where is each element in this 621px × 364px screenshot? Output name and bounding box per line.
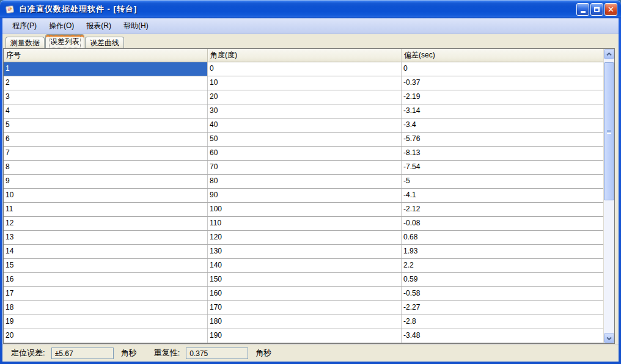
table-cell[interactable]: 9 <box>4 175 207 188</box>
table-cell[interactable]: 0 <box>401 62 603 76</box>
table-cell[interactable]: 17 <box>4 287 207 300</box>
table-cell[interactable]: 14 <box>4 245 207 258</box>
repeatability-field[interactable] <box>186 348 248 359</box>
table-cell[interactable]: 8 <box>4 161 207 174</box>
table-cell[interactable]: 13 <box>4 231 207 244</box>
table-cell[interactable]: 100 <box>207 203 401 216</box>
table-cell[interactable]: -2.27 <box>401 301 603 315</box>
table-cell[interactable]: 160 <box>207 287 401 300</box>
table-cell[interactable]: 150 <box>207 273 401 286</box>
table-cell[interactable]: 18 <box>4 301 207 315</box>
table-row[interactable]: 430-3.14 <box>4 104 603 118</box>
column-header-angle[interactable]: 角度(度) <box>207 49 401 62</box>
table-cell[interactable]: 15 <box>4 259 207 272</box>
table-row[interactable]: 100 <box>4 62 603 76</box>
table-cell[interactable]: 3 <box>4 90 207 104</box>
table-cell[interactable]: 0 <box>207 62 401 76</box>
table-cell[interactable]: 1.93 <box>401 245 603 258</box>
table-cell[interactable]: 70 <box>207 161 401 174</box>
table-row[interactable]: 650-5.76 <box>4 133 603 147</box>
menu-item[interactable]: 帮助(H) <box>117 19 155 33</box>
column-header-serial[interactable]: 序号 <box>4 49 207 62</box>
table-cell[interactable]: 0.68 <box>401 231 603 244</box>
table-cell[interactable]: 11 <box>4 203 207 216</box>
table-cell[interactable]: -3.4 <box>401 118 603 132</box>
table-cell[interactable]: 80 <box>207 175 401 188</box>
table-cell[interactable]: -7.54 <box>401 161 603 174</box>
table-cell[interactable]: 190 <box>207 329 401 343</box>
table-cell[interactable]: 130 <box>207 245 401 258</box>
close-button[interactable]: ✕ <box>604 3 617 16</box>
table-cell[interactable]: 10 <box>207 76 401 90</box>
table-cell[interactable]: 6 <box>4 133 207 146</box>
menu-item[interactable]: 操作(O) <box>43 19 80 33</box>
table-cell[interactable]: 50 <box>207 133 401 146</box>
table-cell[interactable]: 20 <box>207 90 401 104</box>
table-cell[interactable]: 19 <box>4 315 207 329</box>
table-cell[interactable]: 4 <box>4 104 207 118</box>
table-cell[interactable]: 60 <box>207 147 401 160</box>
table-cell[interactable]: -2.19 <box>401 90 603 104</box>
table-cell[interactable]: 170 <box>207 301 401 315</box>
table-cell[interactable]: 7 <box>4 147 207 160</box>
table-cell[interactable]: 20 <box>4 329 207 343</box>
maximize-button[interactable] <box>590 3 603 16</box>
tab-误差曲线[interactable]: 误差曲线 <box>85 37 124 48</box>
table-cell[interactable]: 2 <box>4 76 207 90</box>
table-row[interactable]: 870-7.54 <box>4 161 603 175</box>
vertical-scrollbar[interactable] <box>603 49 614 343</box>
table-row[interactable]: 131200.68 <box>4 231 603 245</box>
scrollbar-track[interactable] <box>604 59 614 333</box>
table-cell[interactable]: -4.1 <box>401 189 603 202</box>
column-header-deviation[interactable]: 偏差(sec) <box>401 49 603 62</box>
table-cell[interactable]: 110 <box>207 217 401 230</box>
table-cell[interactable]: -0.58 <box>401 287 603 300</box>
table-cell[interactable]: 1 <box>4 62 207 76</box>
table-row[interactable]: 151402.2 <box>4 259 603 273</box>
table-cell[interactable]: 2.2 <box>401 259 603 272</box>
table-row[interactable]: 1090-4.1 <box>4 189 603 203</box>
positioning-error-field[interactable] <box>51 348 114 359</box>
table-cell[interactable]: -5.76 <box>401 133 603 146</box>
table-row[interactable]: 760-8.13 <box>4 147 603 161</box>
table-cell[interactable]: 30 <box>207 104 401 118</box>
table-row[interactable]: 18170-2.27 <box>4 301 603 315</box>
table-cell[interactable]: 5 <box>4 118 207 132</box>
table-cell[interactable]: 16 <box>4 273 207 286</box>
table-row[interactable]: 320-2.19 <box>4 90 603 104</box>
scroll-down-button[interactable] <box>604 333 614 343</box>
table-cell[interactable]: -5 <box>401 175 603 188</box>
scroll-up-button[interactable] <box>604 49 614 59</box>
table-cell[interactable]: 0.59 <box>401 273 603 286</box>
table-cell[interactable]: -0.08 <box>401 217 603 230</box>
minimize-button[interactable] <box>576 3 589 16</box>
table-cell[interactable]: 120 <box>207 231 401 244</box>
table-cell[interactable]: -8.13 <box>401 147 603 160</box>
scrollbar-thumb[interactable] <box>604 62 614 200</box>
table-cell[interactable]: -2.8 <box>401 315 603 329</box>
table-cell[interactable]: 12 <box>4 217 207 230</box>
table-cell[interactable]: 40 <box>207 118 401 132</box>
table-row[interactable]: 540-3.4 <box>4 118 603 133</box>
table-row[interactable]: 210-0.37 <box>4 76 603 90</box>
table-row[interactable]: 161500.59 <box>4 273 603 287</box>
table-cell[interactable]: 90 <box>207 189 401 202</box>
tab-测量数据[interactable]: 测量数据 <box>6 37 45 48</box>
table-row[interactable]: 11100-2.12 <box>4 203 603 217</box>
table-row[interactable]: 20190-3.48 <box>4 329 603 343</box>
table-row[interactable]: 19180-2.8 <box>4 315 603 329</box>
menu-item[interactable]: 报表(R) <box>80 19 117 33</box>
table-cell[interactable]: 140 <box>207 259 401 272</box>
table-cell[interactable]: -0.37 <box>401 76 603 90</box>
table-row[interactable]: 980-5 <box>4 175 603 189</box>
table-cell[interactable]: -2.12 <box>401 203 603 216</box>
table-cell[interactable]: -3.48 <box>401 329 603 343</box>
tab-误差列表[interactable]: 误差列表 <box>45 34 84 48</box>
table-row[interactable]: 12110-0.08 <box>4 217 603 231</box>
table-row[interactable]: 17160-0.58 <box>4 287 603 301</box>
table-cell[interactable]: -3.14 <box>401 104 603 118</box>
table-row[interactable]: 141301.93 <box>4 245 603 259</box>
table-cell[interactable]: 180 <box>207 315 401 329</box>
menu-item[interactable]: 程序(P) <box>6 19 43 33</box>
table-cell[interactable]: 10 <box>4 189 207 202</box>
